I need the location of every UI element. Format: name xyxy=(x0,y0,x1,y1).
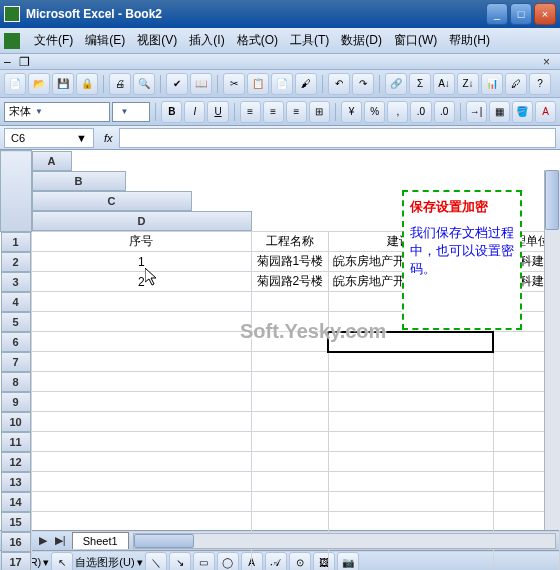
preview-button[interactable]: 🔍 xyxy=(133,73,155,95)
cell[interactable] xyxy=(31,552,252,571)
row-header[interactable]: 6 xyxy=(1,332,31,352)
cell[interactable] xyxy=(328,412,493,432)
cell[interactable] xyxy=(252,552,329,571)
align-center-button[interactable]: ≡ xyxy=(263,101,284,123)
doc-close-button[interactable]: × xyxy=(537,55,556,69)
cell[interactable] xyxy=(31,292,252,312)
name-box[interactable]: C6 ▼ xyxy=(4,128,94,148)
row-header[interactable]: 1 xyxy=(1,232,31,252)
menu-tools[interactable]: 工具(T) xyxy=(284,30,335,51)
paste-button[interactable]: 📄 xyxy=(271,73,293,95)
menu-edit[interactable]: 编辑(E) xyxy=(79,30,131,51)
cell[interactable] xyxy=(252,512,329,532)
cell[interactable] xyxy=(252,292,329,312)
cell[interactable] xyxy=(252,312,329,332)
cell[interactable] xyxy=(31,452,252,472)
menu-view[interactable]: 视图(V) xyxy=(131,30,183,51)
align-right-button[interactable]: ≡ xyxy=(286,101,307,123)
cell[interactable] xyxy=(31,492,252,512)
comma-button[interactable]: , xyxy=(387,101,408,123)
decrease-decimal-button[interactable]: .0 xyxy=(434,101,455,123)
column-header[interactable]: B xyxy=(32,171,126,191)
column-header[interactable]: A xyxy=(32,151,72,171)
cell[interactable]: 工程名称 xyxy=(252,231,329,252)
indent-button[interactable]: →| xyxy=(466,101,487,123)
merge-center-button[interactable]: ⊞ xyxy=(309,101,330,123)
minimize-button[interactable]: _ xyxy=(486,3,508,25)
borders-button[interactable]: ▦ xyxy=(489,101,510,123)
cell[interactable] xyxy=(252,472,329,492)
spelling-button[interactable]: ✔ xyxy=(166,73,188,95)
row-header[interactable]: 2 xyxy=(1,252,31,272)
formula-input[interactable] xyxy=(119,128,556,148)
column-header[interactable]: C xyxy=(32,191,192,211)
column-header[interactable]: D xyxy=(32,211,252,231)
sort-desc-button[interactable]: Z↓ xyxy=(457,73,479,95)
menu-help[interactable]: 帮助(H) xyxy=(443,30,496,51)
menu-insert[interactable]: 插入(I) xyxy=(183,30,230,51)
chart-button[interactable]: 📊 xyxy=(481,73,503,95)
maximize-button[interactable]: □ xyxy=(510,3,532,25)
cut-button[interactable]: ✂ xyxy=(223,73,245,95)
row-header[interactable]: 13 xyxy=(1,472,31,492)
percent-button[interactable]: % xyxy=(364,101,385,123)
increase-decimal-button[interactable]: .0 xyxy=(410,101,431,123)
row-header[interactable]: 4 xyxy=(1,292,31,312)
cell[interactable] xyxy=(252,332,329,352)
italic-button[interactable]: I xyxy=(184,101,205,123)
print-button[interactable]: 🖨 xyxy=(109,73,131,95)
menu-file[interactable]: 文件(F) xyxy=(28,30,79,51)
cell[interactable] xyxy=(31,332,252,352)
cell[interactable] xyxy=(252,432,329,452)
cell[interactable] xyxy=(31,412,252,432)
row-header[interactable]: 12 xyxy=(1,452,31,472)
cell[interactable] xyxy=(328,452,493,472)
cell[interactable]: 序号 xyxy=(31,231,252,252)
sort-asc-button[interactable]: A↓ xyxy=(433,73,455,95)
row-header[interactable]: 8 xyxy=(1,372,31,392)
research-button[interactable]: 📖 xyxy=(190,73,212,95)
cell[interactable]: 菊园路2号楼 xyxy=(252,272,329,292)
fx-icon[interactable]: fx xyxy=(104,132,113,144)
row-header[interactable]: 7 xyxy=(1,352,31,372)
font-color-button[interactable]: A xyxy=(535,101,556,123)
undo-button[interactable]: ↶ xyxy=(328,73,350,95)
close-button[interactable]: × xyxy=(534,3,556,25)
scrollbar-horizontal[interactable] xyxy=(133,533,556,549)
drawing-button[interactable]: 🖊 xyxy=(505,73,527,95)
cell[interactable] xyxy=(328,392,493,412)
doc-minimize-button[interactable]: – xyxy=(4,55,11,69)
row-header[interactable]: 9 xyxy=(1,392,31,412)
link-button[interactable]: 🔗 xyxy=(385,73,407,95)
cell[interactable] xyxy=(252,412,329,432)
row-header[interactable]: 17 xyxy=(1,552,31,571)
cell[interactable] xyxy=(328,332,493,352)
row-header[interactable]: 3 xyxy=(1,272,31,292)
cell[interactable] xyxy=(31,432,252,452)
save-button[interactable]: 💾 xyxy=(52,73,74,95)
row-header[interactable]: 14 xyxy=(1,492,31,512)
cell[interactable]: 菊园路1号楼 xyxy=(252,252,329,272)
cell[interactable] xyxy=(328,492,493,512)
cell[interactable] xyxy=(252,492,329,512)
cell[interactable]: 2 xyxy=(31,272,252,292)
cell[interactable] xyxy=(31,512,252,532)
underline-button[interactable]: U xyxy=(207,101,228,123)
cell[interactable] xyxy=(252,352,329,372)
font-name-combo[interactable]: 宋体 ▼ xyxy=(4,102,110,122)
menu-window[interactable]: 窗口(W) xyxy=(388,30,443,51)
cell[interactable] xyxy=(328,552,493,571)
row-header[interactable]: 15 xyxy=(1,512,31,532)
open-button[interactable]: 📂 xyxy=(28,73,50,95)
menu-format[interactable]: 格式(O) xyxy=(231,30,284,51)
cell[interactable]: 1 xyxy=(31,252,252,272)
cell[interactable] xyxy=(328,512,493,532)
cell[interactable] xyxy=(31,472,252,492)
help-button[interactable]: ? xyxy=(529,73,551,95)
cell[interactable] xyxy=(31,392,252,412)
sum-button[interactable]: Σ xyxy=(409,73,431,95)
cell[interactable] xyxy=(252,452,329,472)
row-header[interactable]: 11 xyxy=(1,432,31,452)
font-size-combo[interactable]: ▼ xyxy=(112,102,151,122)
cell[interactable] xyxy=(493,552,559,571)
